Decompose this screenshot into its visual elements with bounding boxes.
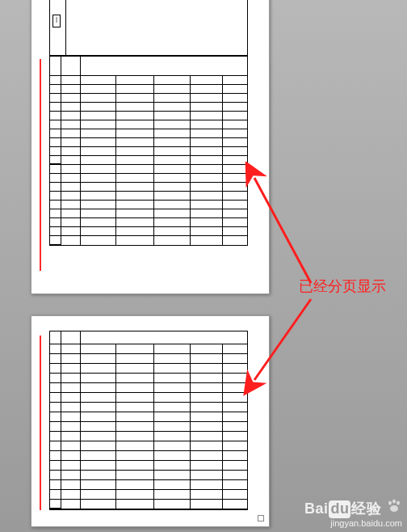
table-cell [191, 76, 224, 84]
table-cell [116, 383, 154, 392]
table-cell [154, 490, 191, 499]
table-cell [116, 103, 154, 111]
table-cell [154, 432, 191, 441]
table-cell [116, 174, 154, 182]
table-cell [116, 403, 154, 412]
table-cell [116, 412, 154, 421]
table-cell [191, 480, 224, 489]
table-cell [81, 120, 117, 129]
table-cell [81, 461, 117, 470]
row-leftcol-1 [50, 490, 61, 499]
table-cell [81, 412, 117, 421]
watermark: Baidu经验 jingyan.baidu.com [304, 499, 402, 529]
watermark-brand: Baidu经验 [304, 499, 402, 518]
header-cell-right [66, 0, 247, 55]
header-col-1 [50, 331, 61, 344]
resize-handle-icon[interactable] [258, 515, 264, 521]
table-cell [81, 147, 117, 155]
row-leftcol-1 [50, 165, 61, 173]
row-leftcol-2 [61, 103, 81, 111]
row-leftcol-2 [61, 490, 81, 499]
table-cell [81, 165, 117, 173]
row-leftcol-2 [61, 471, 81, 479]
table-cell [191, 461, 224, 470]
table-cell [154, 129, 191, 137]
row-leftcol-1 [50, 103, 61, 111]
table-row [50, 393, 247, 403]
row-leftcol-2 [61, 374, 81, 382]
table-cell [191, 103, 224, 111]
row-leftcol-1 [50, 138, 61, 146]
table-row [50, 480, 247, 490]
table-cell [81, 76, 117, 84]
table-cell [116, 236, 154, 245]
brand-mid: du [329, 500, 350, 518]
table-cell [81, 354, 117, 363]
row-leftcol-2 [61, 209, 81, 217]
table-cell [81, 94, 117, 102]
row-leftcol-2 [61, 129, 81, 137]
table-row [50, 344, 247, 354]
row-leftcol-1 [50, 471, 61, 479]
table-cell [116, 129, 154, 137]
table-cell [154, 383, 191, 392]
table-cell [154, 112, 191, 120]
table-cell [116, 344, 154, 353]
table-cell [116, 76, 154, 84]
table-cell [191, 218, 224, 226]
row-leftcol-1 [50, 364, 61, 373]
page1-header-block: | [49, 0, 248, 56]
table-cell [191, 236, 224, 245]
row-leftcol-1 [50, 129, 61, 137]
table-cell [191, 85, 224, 93]
row-leftcol-1 [50, 201, 61, 209]
table-cell [116, 192, 154, 200]
table-row [50, 165, 247, 174]
row-leftcol-1 [50, 147, 61, 155]
table-row [50, 94, 247, 103]
row-leftcol-1 [50, 403, 61, 412]
header-col-3 [81, 57, 247, 75]
row-leftcol-1 [50, 393, 61, 402]
row-leftcol-2 [61, 147, 81, 155]
row-leftcol-1 [50, 500, 61, 509]
header-col-1 [50, 57, 61, 75]
row-leftcol-2 [61, 451, 81, 460]
table-cell [81, 500, 117, 509]
table-cell [81, 174, 117, 182]
table-cell [191, 344, 224, 353]
table-cell [116, 85, 154, 93]
margin-guide [40, 336, 41, 510]
table-cell [154, 147, 191, 155]
row-leftcol-2 [61, 227, 81, 235]
row-leftcol-1 [50, 422, 61, 431]
table-cell [81, 393, 117, 402]
row-leftcol-1 [50, 451, 61, 460]
row-leftcol-1 [50, 156, 61, 164]
table-cell [81, 441, 117, 450]
table-cell [116, 218, 154, 226]
table-header-row [50, 331, 247, 344]
table-cell [223, 432, 247, 441]
row-leftcol-1 [50, 383, 61, 392]
table-row [50, 129, 247, 138]
paw-icon [386, 503, 402, 516]
table-cell [154, 412, 191, 421]
table-cell [154, 156, 191, 164]
table-cell [191, 112, 224, 120]
table-row [50, 103, 247, 112]
table-cell [116, 364, 154, 373]
table-cell [191, 94, 224, 102]
table-cell [223, 451, 247, 460]
row-leftcol-2 [61, 500, 81, 509]
row-leftcol-1 [50, 85, 61, 93]
table-cell [191, 393, 224, 402]
row-leftcol-1 [50, 112, 61, 120]
row-leftcol-2 [61, 85, 81, 93]
table-cell [223, 344, 247, 353]
row-leftcol-1 [50, 120, 61, 129]
table-cell [154, 393, 191, 402]
row-leftcol-2 [61, 432, 81, 441]
table-cell [191, 364, 224, 373]
table-cell [81, 364, 117, 373]
